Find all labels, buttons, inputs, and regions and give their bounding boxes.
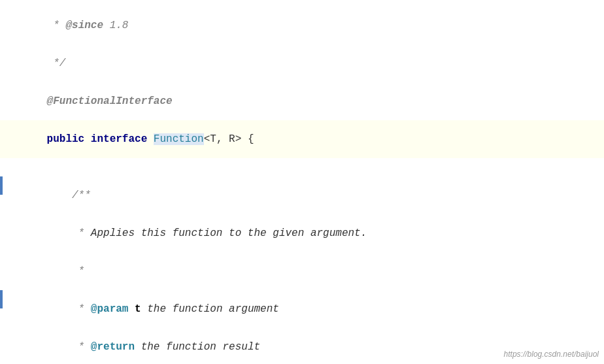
since-tag: @since: [65, 20, 103, 31]
left-bar-2: [0, 290, 3, 308]
space-param: [128, 303, 135, 315]
space: [103, 20, 110, 31]
return-prefix: *: [47, 341, 91, 353]
type-params: <T, R> {: [204, 133, 254, 145]
code-line-javadoc-open: /**: [0, 176, 604, 214]
interface-name: Function: [154, 133, 204, 145]
code-line-blank-star: *: [0, 252, 604, 290]
code-line-param: * @param t the function argument: [0, 290, 604, 328]
param-prefix: *: [47, 303, 91, 315]
javadoc-open: /**: [47, 190, 91, 201]
return-tag: @return: [91, 341, 135, 353]
code-line-interface-decl: public interface Function<T, R> {: [0, 120, 604, 158]
code-line-close-comment: */: [0, 44, 604, 82]
code-line-applies: * Applies this function to the given arg…: [0, 214, 604, 252]
since-value: 1.8: [110, 20, 129, 31]
keyword-interface: interface: [91, 133, 147, 145]
return-desc: the function result: [135, 341, 260, 353]
functional-interface-annotation: @FunctionalInterface: [47, 95, 173, 107]
keyword-public: public: [47, 133, 85, 145]
code-line-blank1: [0, 158, 604, 176]
comment-star: *: [47, 20, 66, 31]
code-viewer: * @since 1.8 */ @FunctionalInterface pub…: [0, 0, 604, 364]
applies-text: Applies this function to the given argum…: [91, 227, 367, 239]
star-line: *: [47, 265, 85, 277]
left-bar-1: [0, 176, 3, 195]
param-desc: the function argument: [141, 303, 279, 315]
close-comment: */: [47, 58, 66, 69]
watermark: https://blog.csdn.net/baijuol: [504, 350, 599, 359]
space1: [84, 133, 91, 145]
comment-prefix: *: [47, 227, 91, 239]
param-tag: @param: [91, 303, 129, 315]
code-line-since: * @since 1.8: [0, 7, 604, 44]
param-name: t: [135, 303, 141, 315]
code-line-functional-interface: @FunctionalInterface: [0, 82, 604, 120]
space2: [147, 133, 154, 145]
